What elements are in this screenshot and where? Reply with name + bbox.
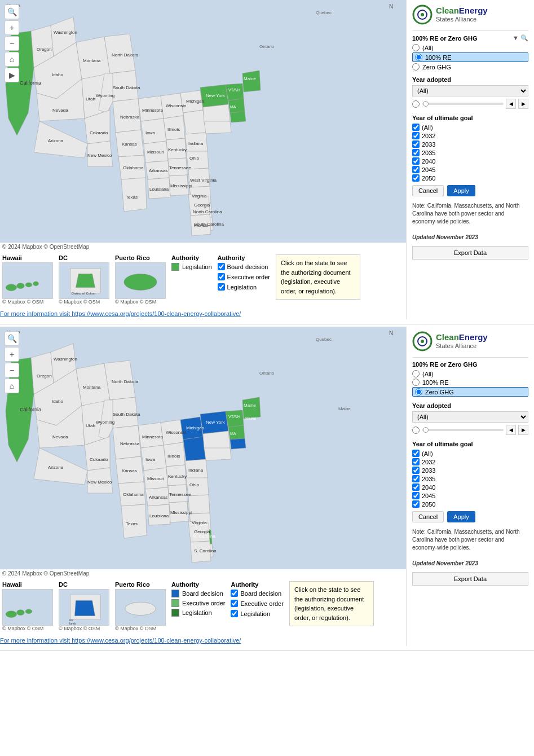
export-button-1[interactable]: Export Data — [412, 246, 528, 260]
cb-board-1[interactable]: Board decision — [218, 263, 270, 270]
pennsylvania-2[interactable] — [203, 431, 230, 450]
radio-100re-input-1[interactable] — [415, 54, 422, 61]
slider-radio-2[interactable] — [412, 427, 420, 434]
michigan-lower[interactable] — [183, 110, 206, 134]
cb-2033-input-2[interactable] — [412, 467, 420, 474]
apply-button-1[interactable]: Apply — [447, 185, 475, 196]
cb-2035-input-2[interactable] — [412, 475, 420, 482]
cb-2035-input-1[interactable] — [412, 149, 420, 156]
cb-2050-1[interactable]: 2050 — [412, 174, 528, 182]
cancel-button-1[interactable]: Cancel — [412, 185, 444, 196]
vermont-nh-2[interactable] — [226, 410, 244, 427]
cb-2050-input-1[interactable] — [412, 174, 420, 182]
radio-zero-ghg-input-2[interactable] — [415, 388, 422, 395]
home-button-2[interactable]: ⌂ — [5, 379, 19, 393]
cb-exec-input-2[interactable] — [231, 600, 238, 607]
slider-thumb-1[interactable] — [423, 101, 429, 107]
michigan-lower-2[interactable] — [183, 437, 206, 461]
radio-zero-ghg-1[interactable]: Zero GHG — [412, 63, 528, 71]
cb-2033-label-1: 2033 — [422, 141, 435, 148]
cb-2033-2[interactable]: 2033 — [412, 467, 528, 474]
search-button-1[interactable]: 🔍 — [5, 5, 19, 19]
radio-all-1[interactable]: (All) — [412, 44, 528, 51]
cb-2050-2[interactable]: 2050 — [412, 500, 528, 508]
maine[interactable] — [242, 71, 261, 92]
cb-board-input-2[interactable] — [231, 590, 238, 597]
cb-all-year-2[interactable]: (All) — [412, 450, 528, 457]
year-adopted-select-1[interactable]: (All) — [412, 85, 528, 96]
cb-2032-1[interactable]: 2032 — [412, 132, 528, 139]
svg-text:MA: MA — [230, 432, 236, 436]
radio-all-input-2[interactable] — [412, 370, 420, 377]
cb-2045-2[interactable]: 2045 — [412, 492, 528, 499]
cb-2033-1[interactable]: 2033 — [412, 140, 528, 148]
cb-all-year-1[interactable]: (All) — [412, 124, 528, 131]
arrow-button-1[interactable]: ▶ — [5, 68, 19, 82]
year-adopted-select-2[interactable]: (All) — [412, 411, 528, 423]
cb-2040-input-1[interactable] — [412, 157, 420, 165]
zoom-in-button-1[interactable]: + — [5, 20, 19, 35]
cb-2045-input-2[interactable] — [412, 492, 420, 499]
cb-board-2[interactable]: Board decision — [231, 590, 283, 597]
cb-2033-input-1[interactable] — [412, 140, 420, 148]
cb-2040-1[interactable]: 2040 — [412, 157, 528, 165]
cb-exec-2[interactable]: Executive order — [231, 600, 283, 607]
slider-thumb-2[interactable] — [423, 427, 429, 433]
info-link-2[interactable]: For more information visit https://www.c… — [0, 635, 406, 646]
cb-2040-input-2[interactable] — [412, 484, 420, 491]
radio-100re-input-2[interactable] — [412, 379, 420, 386]
home-button-1[interactable]: ⌂ — [5, 52, 19, 67]
cb-2050-input-2[interactable] — [412, 500, 420, 508]
ct-ri-2[interactable] — [230, 438, 246, 449]
cb-2032-input-1[interactable] — [412, 132, 420, 139]
slider-track-1[interactable] — [422, 103, 504, 105]
cb-all-year-input-2[interactable] — [412, 450, 420, 457]
connecticut-ri[interactable] — [230, 112, 246, 122]
new-jersey-del[interactable] — [204, 121, 231, 134]
cb-2045-1[interactable]: 2045 — [412, 166, 528, 173]
nav-next-1[interactable]: ▶ — [518, 99, 528, 109]
cb-2035-2[interactable]: 2035 — [412, 475, 528, 482]
cancel-button-2[interactable]: Cancel — [412, 511, 444, 522]
maine-2[interactable] — [242, 397, 261, 419]
zoom-out-button-1[interactable]: − — [5, 36, 19, 51]
cb-2035-1[interactable]: 2035 — [412, 149, 528, 156]
nav-prev-1[interactable]: ◀ — [506, 99, 516, 109]
nav-prev-2[interactable]: ◀ — [506, 425, 516, 435]
cb-exec-1[interactable]: Executive order — [218, 273, 270, 280]
cb-2040-2[interactable]: 2040 — [412, 484, 528, 491]
map-area-1: 🔍 + − ⌂ ▶ — [0, 0, 406, 319]
vermont-nh[interactable] — [226, 83, 244, 100]
cb-legis-input-2[interactable] — [231, 610, 238, 617]
radio-100re-1[interactable]: 100% RE — [412, 52, 528, 62]
pennsylvania[interactable] — [203, 104, 230, 123]
slider-radio-1[interactable] — [412, 100, 420, 108]
svg-text:Illinois: Illinois — [167, 454, 180, 459]
search-button-2[interactable]: 🔍 — [5, 331, 19, 346]
nav-next-2[interactable]: ▶ — [518, 425, 528, 435]
filter-icons-1[interactable]: ▼ 🔍 — [513, 34, 528, 42]
cb-board-input-1[interactable] — [218, 263, 225, 270]
cb-2032-input-2[interactable] — [412, 458, 420, 465]
export-button-2[interactable]: Export Data — [412, 572, 528, 586]
us-map-svg-1[interactable]: California Oregon Washington Idaho Nevad… — [0, 0, 406, 243]
slider-track-2[interactable] — [422, 429, 504, 431]
cb-legis-input-1[interactable] — [218, 283, 225, 291]
zoom-in-button-2[interactable]: + — [5, 347, 19, 362]
apply-button-2[interactable]: Apply — [447, 511, 475, 522]
cb-legis-2[interactable]: Legislation — [231, 610, 283, 617]
radio-all-2[interactable]: (All) — [412, 370, 528, 377]
cb-exec-input-1[interactable] — [218, 273, 225, 280]
zoom-out-button-2[interactable]: − — [5, 363, 19, 377]
us-map-svg-2[interactable]: California Oregon Washington Idaho Nevad… — [0, 327, 406, 569]
cb-2045-input-1[interactable] — [412, 166, 420, 173]
radio-zero-ghg-2[interactable]: Zero GHG — [412, 387, 528, 397]
cb-legis-1[interactable]: Legislation — [218, 283, 270, 291]
nj-del-2[interactable] — [204, 448, 231, 460]
cb-all-year-input-1[interactable] — [412, 124, 420, 131]
info-link-1[interactable]: For more information visit https://www.c… — [0, 308, 406, 319]
radio-all-input-1[interactable] — [412, 44, 420, 51]
radio-100re-2[interactable]: 100% RE — [412, 379, 528, 386]
radio-zero-ghg-input-1[interactable] — [412, 63, 420, 71]
cb-2032-2[interactable]: 2032 — [412, 458, 528, 465]
